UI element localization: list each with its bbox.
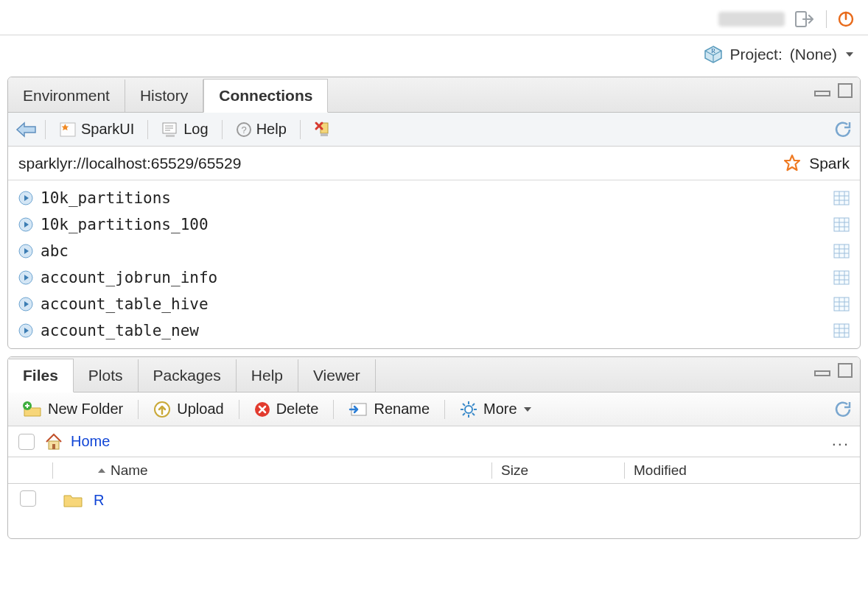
connection-url-bar: sparklyr://localhost:65529/65529 Spark — [8, 147, 860, 180]
grid-icon[interactable] — [833, 191, 850, 205]
upload-label: Upload — [177, 401, 223, 418]
table-row[interactable]: 10k_partitions — [8, 185, 860, 211]
project-value[interactable]: (None) — [790, 46, 837, 63]
svg-line-68 — [472, 404, 475, 406]
tab-plots[interactable]: Plots — [74, 359, 139, 392]
expand-icon[interactable] — [18, 323, 33, 338]
project-row: R Project: (None) — [0, 35, 868, 74]
rename-icon — [349, 401, 368, 418]
files-tabs: Files Plots Packages Help Viewer — [8, 357, 860, 392]
chevron-down-icon[interactable] — [844, 49, 855, 60]
table-row[interactable]: account_jobrun_info — [8, 264, 860, 291]
log-icon — [161, 122, 179, 138]
svg-line-65 — [463, 404, 465, 406]
table-row[interactable]: 10k_partitions_100 — [8, 211, 860, 238]
separator — [300, 120, 301, 139]
minimize-icon[interactable] — [814, 365, 830, 376]
col-name[interactable]: Name — [52, 462, 491, 479]
disconnect-button[interactable] — [308, 121, 339, 138]
svg-rect-19 — [834, 191, 849, 205]
tab-viewer[interactable]: Viewer — [298, 359, 376, 392]
grid-icon[interactable] — [833, 270, 850, 285]
svg-rect-37 — [834, 271, 849, 284]
spark-badge-icon — [59, 121, 77, 138]
svg-text:R: R — [711, 47, 715, 54]
grid-icon[interactable] — [833, 217, 850, 232]
tab-environment[interactable]: Environment — [8, 80, 125, 112]
grid-icon[interactable] — [833, 244, 850, 258]
back-arrow-icon[interactable] — [15, 121, 38, 138]
table-row[interactable]: account_table_hive — [8, 291, 860, 317]
grid-icon[interactable] — [833, 323, 850, 338]
table-name: account_jobrun_info — [41, 269, 217, 286]
column-header: Name Size Modified — [8, 457, 860, 484]
select-all-checkbox[interactable] — [18, 434, 35, 450]
project-label: Project: — [730, 46, 783, 63]
file-name[interactable]: R — [94, 492, 104, 509]
expand-icon[interactable] — [18, 297, 33, 311]
col-name-label: Name — [111, 462, 148, 479]
separator — [138, 400, 139, 419]
gear-icon — [460, 401, 477, 418]
chevron-down-icon — [523, 405, 532, 414]
new-folder-icon — [23, 401, 42, 418]
sparkui-button[interactable]: SparkUI — [53, 121, 140, 138]
log-label: Log — [183, 121, 208, 138]
expand-icon[interactable] — [18, 270, 33, 285]
more-menu-icon[interactable]: ... — [832, 431, 850, 450]
maximize-icon[interactable] — [838, 363, 853, 378]
tab-connections[interactable]: Connections — [203, 79, 328, 113]
table-row[interactable]: abc — [8, 238, 860, 264]
svg-point-60 — [465, 406, 472, 413]
svg-rect-43 — [834, 298, 849, 311]
grid-icon[interactable] — [833, 297, 850, 311]
refresh-icon[interactable] — [833, 400, 853, 419]
col-modified[interactable]: Modified — [624, 462, 860, 479]
files-panel: Files Plots Packages Help Viewer New Fol… — [7, 356, 861, 539]
maximize-icon[interactable] — [838, 83, 853, 98]
separator — [239, 400, 239, 419]
engine-label: Spark — [809, 155, 850, 172]
svg-rect-25 — [834, 218, 849, 231]
table-name: abc — [41, 242, 69, 260]
table-name: 10k_partitions_100 — [41, 216, 209, 233]
help-button[interactable]: ? Help — [230, 121, 293, 138]
refresh-icon[interactable] — [833, 120, 853, 139]
tab-files[interactable]: Files — [8, 359, 74, 392]
breadcrumb-home[interactable]: Home — [71, 433, 110, 450]
separator — [444, 400, 445, 419]
home-icon[interactable] — [44, 432, 63, 451]
svg-rect-55 — [839, 364, 852, 377]
sparkui-label: SparkUI — [81, 121, 134, 138]
table-name: 10k_partitions — [41, 189, 171, 207]
row-checkbox[interactable] — [20, 490, 36, 507]
new-folder-button[interactable]: New Folder — [15, 398, 130, 420]
sign-out-icon[interactable] — [795, 10, 816, 28]
rename-button[interactable]: Rename — [341, 398, 437, 420]
log-button[interactable]: Log — [155, 121, 214, 138]
expand-icon[interactable] — [18, 191, 33, 205]
connection-url[interactable]: sparklyr://localhost:65529/65529 — [18, 155, 241, 172]
table-row[interactable]: account_table_new — [8, 317, 860, 344]
col-size[interactable]: Size — [491, 462, 624, 479]
help-label: Help — [256, 121, 287, 138]
power-icon[interactable] — [837, 10, 855, 28]
tab-help[interactable]: Help — [237, 359, 298, 392]
table-list: 10k_partitions 10k_partitions_100 abc ac — [8, 180, 860, 348]
folder-icon — [63, 492, 83, 508]
more-button[interactable]: More — [452, 398, 539, 421]
expand-icon[interactable] — [18, 217, 33, 232]
upload-button[interactable]: Upload — [146, 398, 231, 421]
tab-history[interactable]: History — [125, 80, 203, 112]
minimize-icon[interactable] — [814, 85, 830, 96]
svg-line-66 — [472, 413, 475, 415]
svg-text:?: ? — [241, 124, 246, 135]
file-row[interactable]: R — [8, 484, 860, 516]
tab-packages[interactable]: Packages — [139, 359, 237, 392]
connections-panel: Environment History Connections — [7, 77, 861, 349]
svg-rect-7 — [839, 84, 852, 97]
expand-icon[interactable] — [18, 244, 33, 258]
separator — [147, 120, 148, 139]
delete-button[interactable]: Delete — [247, 398, 326, 420]
spark-star-icon — [783, 154, 802, 173]
